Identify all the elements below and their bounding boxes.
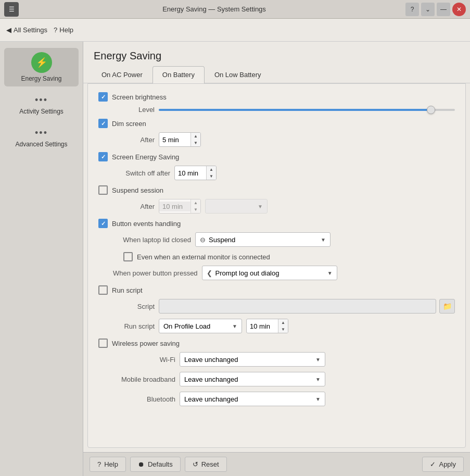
sidebar-item-activity-settings[interactable]: ••• Activity Settings <box>4 91 79 119</box>
suspend-after-up[interactable]: ▲ <box>191 199 200 206</box>
switch-off-down[interactable]: ▼ <box>207 173 216 180</box>
run-script-when-row: Run script On Profile Load ▼ 10 min ▲ ▼ <box>113 319 455 333</box>
run-script-time-spinbox[interactable]: 10 min ▲ ▼ <box>246 319 288 333</box>
mobile-value: Leave unchanged <box>184 375 238 383</box>
run-script-time-down[interactable]: ▼ <box>278 326 288 333</box>
spinbox-up[interactable]: ▲ <box>191 133 200 140</box>
switch-off-spinbox[interactable]: 10 min ▲ ▼ <box>174 166 217 180</box>
wireless-power-row: Wireless power saving <box>98 339 455 348</box>
power-button-value: Prompt log out dialog <box>215 269 280 277</box>
external-monitor-row: Even when an external monitor is connect… <box>123 252 455 261</box>
reset-icon: ↺ <box>193 460 198 468</box>
mobile-dropdown[interactable]: Leave unchanged ▼ <box>180 372 325 386</box>
sidebar: ⚡ Energy Saving ••• Activity Settings ••… <box>0 42 83 476</box>
button-events-label: Button events handling <box>112 220 181 228</box>
screen-energy-saving-checkbox[interactable]: ✓ <box>98 152 108 161</box>
help-window-button[interactable]: ? <box>405 3 419 16</box>
dim-after-input[interactable]: 5 min <box>159 135 190 145</box>
help-bottom-button[interactable]: ? Help <box>90 457 126 472</box>
tab-ac-power[interactable]: On AC Power <box>92 66 153 83</box>
level-row: Level <box>113 106 455 114</box>
tab-low-battery[interactable]: On Low Battery <box>205 66 271 83</box>
dim-screen-row: ✓ Dim screen <box>98 119 455 128</box>
menu-icon[interactable]: ☰ <box>4 2 19 17</box>
settings-content: ✓ Screen brightness Level <box>87 83 466 448</box>
spinbox-down[interactable]: ▼ <box>191 140 200 146</box>
dim-screen-checkbox[interactable]: ✓ <box>98 119 108 128</box>
switch-off-input[interactable]: 10 min <box>175 168 206 178</box>
panel-header: Energy Saving <box>83 42 470 66</box>
external-monitor-checkbox[interactable] <box>123 252 133 261</box>
run-script-row: Run script <box>98 285 455 295</box>
tabs-bar: On AC Power On Battery On Low Battery <box>83 66 470 83</box>
wireless-power-checkbox[interactable] <box>98 339 108 348</box>
window-controls: ? ⌄ — ✕ <box>405 3 466 16</box>
suspend-session-checkbox[interactable] <box>98 185 108 195</box>
suspend-session-row: Suspend session <box>98 185 455 195</box>
screen-brightness-label: Screen brightness <box>112 93 167 101</box>
dim-after-label: After <box>113 136 155 144</box>
sidebar-label-activity-settings: Activity Settings <box>19 108 63 115</box>
power-dropdown-arrow: ▼ <box>327 270 333 276</box>
lid-closed-dropdown[interactable]: ⊖ Suspend ▼ <box>195 232 331 247</box>
top-toolbar: ◀ All Settings ? Help <box>0 19 470 42</box>
power-button-dropdown[interactable]: ❮ Prompt log out dialog ▼ <box>202 266 337 280</box>
power-button-label: When power button pressed <box>113 269 198 277</box>
mobile-label: Mobile broadband <box>113 375 175 383</box>
dim-after-spinbox[interactable]: 5 min ▲ ▼ <box>159 132 201 147</box>
suspend-after-down[interactable]: ▼ <box>191 206 200 213</box>
mobile-row: Mobile broadband Leave unchanged ▼ <box>113 372 455 386</box>
energy-saving-icon: ⚡ <box>31 52 52 73</box>
sidebar-label-advanced-settings: Advanced Settings <box>15 141 67 148</box>
back-button[interactable]: ◀ All Settings <box>6 26 47 34</box>
script-path-row: Script 📁 <box>113 299 455 314</box>
suspend-after-input[interactable]: 10 min <box>159 202 190 211</box>
wifi-dropdown-arrow: ▼ <box>315 357 321 362</box>
help-label: Help <box>59 26 73 34</box>
screen-brightness-checkbox[interactable]: ✓ <box>98 92 108 102</box>
spinbox-arrows: ▲ ▼ <box>190 133 200 146</box>
script-input[interactable] <box>159 299 436 314</box>
suspend-after-arrows: ▲ ▼ <box>190 199 200 213</box>
lid-closed-label: When laptop lid closed <box>113 236 191 244</box>
defaults-button[interactable]: ⏺ Defaults <box>130 457 181 472</box>
screen-energy-saving-label: Screen Energy Saving <box>112 153 179 161</box>
folder-button[interactable]: 📁 <box>439 299 455 314</box>
bottom-toolbar: ? Help ⏺ Defaults ↺ Reset ✓ Apply <box>83 452 470 476</box>
back-chevron-icon: ◀ <box>6 26 11 34</box>
sidebar-item-advanced-settings[interactable]: ••• Advanced Settings <box>4 123 79 152</box>
brightness-slider[interactable] <box>159 109 455 111</box>
mobile-dropdown-arrow: ▼ <box>315 377 321 382</box>
lid-closed-value: Suspend <box>209 236 235 244</box>
apply-label: Apply <box>439 460 456 468</box>
collapse-button[interactable]: ⌄ <box>421 3 435 16</box>
external-monitor-label: Even when an external monitor is connect… <box>137 253 270 261</box>
run-script-time-up[interactable]: ▲ <box>278 319 288 326</box>
apply-button[interactable]: ✓ Apply <box>422 457 464 472</box>
wireless-power-label: Wireless power saving <box>112 340 180 347</box>
run-script-checkbox[interactable] <box>98 285 108 295</box>
switch-off-up[interactable]: ▲ <box>207 166 216 173</box>
bluetooth-dropdown[interactable]: Leave unchanged ▼ <box>180 392 325 406</box>
suspend-dropdown: ▼ <box>205 199 268 214</box>
run-script-time-input[interactable]: 10 min <box>247 321 278 331</box>
reset-button[interactable]: ↺ Reset <box>185 457 227 472</box>
suspend-after-spinbox[interactable]: 10 min ▲ ▼ <box>159 199 201 214</box>
activity-settings-icon: ••• <box>35 95 48 106</box>
bluetooth-row: Bluetooth Leave unchanged ▼ <box>113 392 455 406</box>
close-button[interactable]: ✕ <box>452 3 466 16</box>
tab-on-battery[interactable]: On Battery <box>153 66 205 83</box>
slider-thumb[interactable] <box>427 106 435 114</box>
back-label: All Settings <box>14 26 47 34</box>
help-toolbar-button[interactable]: ? Help <box>54 26 73 34</box>
minimize-button[interactable]: — <box>437 3 450 16</box>
content-area: ⚡ Energy Saving ••• Activity Settings ••… <box>0 42 470 476</box>
reset-label: Reset <box>201 460 219 468</box>
power-icon: ❮ <box>207 269 212 277</box>
sidebar-item-energy-saving[interactable]: ⚡ Energy Saving <box>4 48 79 86</box>
switch-off-row: Switch off after 10 min ▲ ▼ <box>113 166 455 180</box>
button-events-checkbox[interactable]: ✓ <box>98 219 108 228</box>
wifi-dropdown[interactable]: Leave unchanged ▼ <box>180 352 325 367</box>
run-script-when-dropdown[interactable]: On Profile Load ▼ <box>159 319 242 333</box>
page-title: Energy Saving <box>94 50 460 62</box>
